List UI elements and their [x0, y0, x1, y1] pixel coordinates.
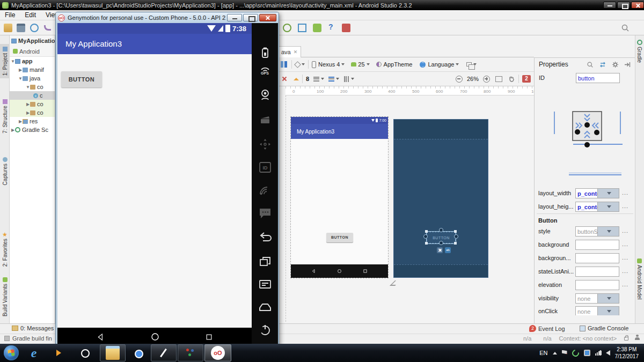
pan-icon[interactable] [508, 75, 515, 83]
undo-icon[interactable] [44, 25, 51, 31]
language-selector[interactable]: Language [428, 61, 454, 68]
delete-constraints-icon[interactable] [437, 247, 443, 253]
more-button[interactable]: ... [622, 268, 628, 274]
action-center-icon[interactable] [562, 350, 567, 356]
emulator-screen[interactable]: 7:38 My Application3 BUTTON [57, 23, 252, 346]
zoom-in-icon[interactable] [483, 76, 490, 83]
constraint-anchor-top[interactable] [439, 228, 443, 232]
start-button[interactable] [4, 345, 19, 360]
background-input[interactable] [575, 240, 619, 250]
onclick-select[interactable]: none [575, 306, 619, 315]
network-tool-icon[interactable] [252, 184, 278, 196]
statelistanimator-input[interactable] [575, 267, 619, 277]
tray-expand-icon[interactable] [553, 352, 557, 354]
gradle-sync-icon[interactable] [283, 24, 291, 32]
default-margin-value[interactable]: 8 [306, 76, 309, 82]
device-selector[interactable]: Nexus 4 [318, 61, 340, 68]
camera-tool-icon[interactable] [252, 88, 278, 101]
resize-handle[interactable] [425, 230, 428, 233]
tab-captures[interactable]: Captures [0, 154, 10, 188]
identifiers-tool-icon[interactable]: ID [252, 161, 278, 173]
menu-tool-icon[interactable] [252, 279, 278, 290]
tree-item-java[interactable]: ▼java [10, 74, 55, 83]
emulator-button[interactable]: BUTTON [61, 71, 102, 87]
tray-clock[interactable]: 2:38 PM 7/12/2017 [615, 346, 642, 360]
tab-gradle[interactable]: Gradle [635, 38, 644, 65]
avd-manager-icon[interactable] [342, 24, 350, 32]
blueprint-preview[interactable]: BUTTON ab [393, 119, 488, 278]
sms-tool-icon[interactable] [252, 208, 278, 219]
layout-width-select[interactable]: p_content [575, 188, 619, 198]
user-icon[interactable] [635, 337, 640, 340]
clear-constraints-icon[interactable] [282, 76, 287, 82]
infer-constraints-icon[interactable] [294, 75, 299, 80]
project-view-selector[interactable]: Android [10, 46, 55, 57]
tree-item-app[interactable]: ▼app [10, 57, 55, 65]
tab-favorites[interactable]: ★ 2: Favorites [0, 230, 10, 269]
tab-build-variants[interactable]: Build Variants [0, 275, 10, 319]
sdk-manager-icon[interactable] [313, 24, 321, 32]
tab-event-log[interactable]: 2 Event Log [529, 325, 565, 332]
maximize-button[interactable] [243, 14, 258, 21]
tab-close-icon[interactable]: ✕ [294, 49, 298, 55]
blueprint-surface-icon[interactable] [284, 61, 287, 68]
design-surface-icon[interactable] [281, 61, 283, 68]
gear-icon[interactable] [612, 61, 619, 68]
sync-icon[interactable] [570, 348, 580, 358]
error-count-badge[interactable]: 2 [522, 75, 531, 83]
taskbar-genymotion[interactable]: oO [211, 346, 225, 360]
volume-icon[interactable] [606, 350, 610, 356]
minimize-button[interactable] [603, 2, 616, 9]
minimize-button[interactable] [227, 14, 242, 21]
editor-tab-mainactivity[interactable]: ava ✕ [277, 46, 301, 57]
home-button[interactable] [150, 332, 160, 342]
constraint-anchor-bottom[interactable] [439, 241, 443, 245]
constraint-inspector[interactable] [562, 107, 612, 161]
theme-selector[interactable]: AppTheme [384, 61, 413, 68]
windows-update-icon[interactable] [584, 350, 590, 356]
menu-edit[interactable]: Edit [20, 11, 41, 19]
hide-panel-icon[interactable] [624, 62, 631, 68]
power-tool-icon[interactable] [252, 323, 278, 336]
margin-icon[interactable] [313, 77, 319, 82]
layout-height-select[interactable]: p_content [575, 202, 619, 212]
search-icon[interactable] [587, 61, 594, 68]
more-button[interactable]: ... [622, 281, 628, 287]
taskbar-explorer[interactable] [106, 346, 120, 360]
align-icon[interactable] [328, 77, 334, 82]
edit-text-icon[interactable]: ab [445, 247, 451, 253]
lock-icon[interactable] [624, 337, 628, 341]
tree-item-gradle-scripts[interactable]: ▶Gradle Sc [10, 125, 55, 134]
close-button[interactable] [259, 14, 276, 21]
recents-button[interactable] [205, 333, 213, 341]
tree-item-res[interactable]: ▶res [10, 117, 55, 125]
tab-messages[interactable]: 0: Messages [12, 325, 54, 331]
battery-tool-icon[interactable] [252, 47, 278, 58]
background-tint-input[interactable] [575, 253, 619, 263]
project-root[interactable]: MyApplication3 [10, 35, 55, 46]
remote-control-tool-icon[interactable] [252, 138, 278, 151]
back-button[interactable] [96, 333, 105, 342]
search-icon[interactable] [621, 24, 630, 32]
style-select[interactable]: buttonStyl [575, 226, 619, 237]
constraint-anchor-left[interactable] [423, 234, 428, 239]
zoom-out-icon[interactable] [456, 76, 463, 83]
api-selector[interactable]: 25 [358, 61, 364, 68]
screencast-tool-icon[interactable] [252, 114, 278, 125]
tab-project[interactable]: 1: Project [0, 44, 10, 78]
elevation-input[interactable] [575, 280, 619, 290]
orientation-icon[interactable] [294, 61, 301, 68]
tab-gradle-console[interactable]: Gradle Console [580, 325, 628, 331]
tree-item-package-androidtest[interactable]: ▶co [10, 108, 55, 117]
refresh-icon[interactable] [30, 24, 39, 32]
tab-android-model[interactable]: Android Model [635, 256, 644, 301]
tree-item-selected-class[interactable]: cc [10, 91, 55, 100]
genymotion-titlebar[interactable]: oO Genymotion for personal use - Custom … [56, 12, 279, 23]
more-button[interactable]: ... [622, 227, 628, 234]
tree-item-manifests[interactable]: ▶manif [10, 65, 55, 74]
tab-structure[interactable]: 7: Structure [0, 97, 10, 136]
constraint-anchor-right[interactable] [454, 234, 458, 239]
design-button[interactable]: BUTTON [326, 233, 353, 242]
tree-item-package[interactable]: ▼co [10, 83, 55, 91]
project-structure-icon[interactable] [298, 24, 306, 32]
